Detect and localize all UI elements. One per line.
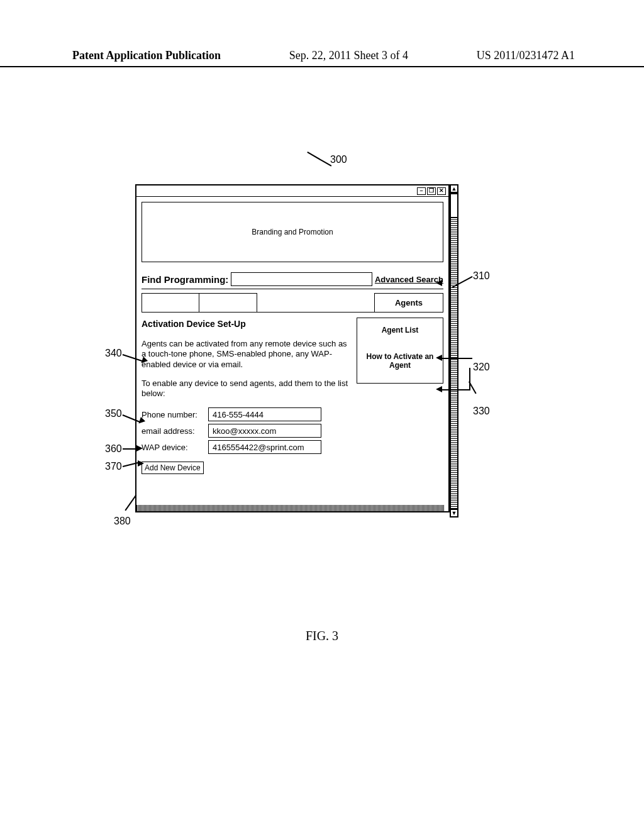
wap-input[interactable]: 4165554422@sprint.com <box>208 440 321 454</box>
ref-360: 360 <box>105 443 122 455</box>
leader-300 <box>308 152 332 166</box>
maximize-button[interactable]: ❐ <box>427 187 436 195</box>
ref-370: 370 <box>105 461 122 472</box>
window-body: Branding and Promotion Find Programming:… <box>136 197 448 483</box>
figure-3: 300 – ❐ ✕ Branding and Promotion Find Pr… <box>123 160 465 512</box>
agent-sidebar: Agent List How to Activate an Agent <box>357 315 443 474</box>
agent-sidebox: Agent List How to Activate an Agent <box>357 318 443 384</box>
app-window: – ❐ ✕ Branding and Promotion Find Progra… <box>135 184 450 512</box>
arrow-310 <box>436 280 442 286</box>
search-input[interactable] <box>231 272 372 286</box>
ref-310: 310 <box>473 270 490 282</box>
scroll-up-arrow-icon[interactable]: ▲ <box>450 184 458 193</box>
leader-320 <box>442 358 472 359</box>
email-label: email address: <box>142 426 204 436</box>
field-phone: Phone number: 416-555-4444 <box>142 407 352 421</box>
advanced-search-link[interactable]: Advanced Search <box>375 275 443 284</box>
header-mid: Sep. 22, 2011 Sheet 3 of 4 <box>289 49 408 62</box>
ref-320: 320 <box>473 362 490 373</box>
email-input[interactable]: kkoo@xxxxx.com <box>208 424 321 438</box>
field-email: email address: kkoo@xxxxx.com <box>142 424 352 438</box>
arrow-330 <box>436 386 442 392</box>
ref-380: 380 <box>114 516 131 527</box>
main-content: Activation Device Set-Up Agents can be a… <box>142 315 443 474</box>
header-left: Patent Application Publication <box>72 49 221 62</box>
field-wap: WAP device: 4165554422@sprint.com <box>142 440 352 454</box>
titlebar: – ❐ ✕ <box>136 185 448 197</box>
ref-300: 300 <box>330 154 347 165</box>
branding-box: Branding and Promotion <box>142 202 443 262</box>
section-title: Activation Device Set-Up <box>142 319 352 329</box>
phone-input[interactable]: 416-555-4444 <box>208 407 321 421</box>
vertical-scrollbar[interactable]: ▲ ▼ <box>450 184 458 517</box>
header-right: US 2011/0231472 A1 <box>477 49 575 62</box>
tabs-row: Agents <box>142 293 443 313</box>
agent-list-link[interactable]: Agent List <box>360 326 440 335</box>
minimize-button[interactable]: – <box>417 187 426 195</box>
page-header: Patent Application Publication Sep. 22, … <box>0 49 644 67</box>
search-row: Find Programming: Advanced Search <box>142 272 443 289</box>
branding-text: Branding and Promotion <box>252 228 333 236</box>
tab-agents[interactable]: Agents <box>374 293 443 312</box>
wap-label: WAP device: <box>142 443 204 452</box>
how-to-activate-link[interactable]: How to Activate an Agent <box>360 352 440 370</box>
leader-330 <box>442 389 469 390</box>
tab-blank-2[interactable] <box>199 293 257 312</box>
tab-blank-1[interactable] <box>142 293 199 312</box>
scroll-down-arrow-icon[interactable]: ▼ <box>450 509 458 517</box>
para-2: To enable any device to send agents, add… <box>142 379 352 399</box>
search-label: Find Programming: <box>142 274 228 285</box>
arrow-360 <box>136 445 143 451</box>
activation-setup-panel: Activation Device Set-Up Agents can be a… <box>142 315 355 474</box>
para-1: Agents can be activated from any remote … <box>142 339 352 370</box>
scrollbar-thumb[interactable] <box>450 193 458 218</box>
add-new-device-button[interactable]: Add New Device <box>142 462 204 474</box>
figure-caption: FIG. 3 <box>0 629 644 643</box>
leader-330v <box>469 368 470 390</box>
phone-label: Phone number: <box>142 410 204 419</box>
status-bar <box>136 505 445 511</box>
ref-340: 340 <box>105 348 122 359</box>
arrow-320 <box>436 355 442 361</box>
ref-350: 350 <box>105 408 122 419</box>
close-button[interactable]: ✕ <box>437 187 446 195</box>
ref-330: 330 <box>473 406 490 417</box>
arrow-370 <box>138 460 144 467</box>
